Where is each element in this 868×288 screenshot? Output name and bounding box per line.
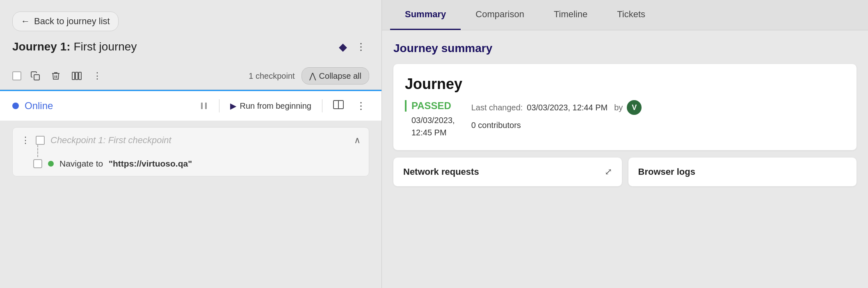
- toolbar-more-options-button[interactable]: ⋮: [91, 69, 103, 83]
- checkpoint-title: Checkpoint 1: First checkpoint: [50, 135, 348, 146]
- chevron-up-icon: ⋀: [309, 71, 316, 81]
- online-more-options-button[interactable]: ⋮: [353, 98, 369, 113]
- run-from-beginning-label: Run from beginning: [240, 101, 311, 111]
- step-row: Navigate to "https://virtuoso.qa": [13, 153, 369, 176]
- tab-summary[interactable]: Summary: [390, 0, 461, 30]
- pause-button[interactable]: [196, 100, 212, 112]
- contributors-row: 0 contributors: [471, 121, 845, 130]
- svg-rect-5: [205, 103, 207, 109]
- checkpoint-checkbox[interactable]: [36, 136, 45, 145]
- last-changed-value: 03/03/2023, 12:44 PM: [527, 103, 608, 112]
- online-row: Online ▶ Run from beginning ⋮: [0, 90, 381, 121]
- toolbar-right: 1 checkpoint ⋀ Collapse all: [249, 67, 369, 85]
- last-changed-row: Last changed: 03/03/2023, 12:44 PM by V: [471, 100, 845, 115]
- svg-rect-3: [79, 72, 81, 80]
- cards-row: Network requests ⤢ Browser logs: [393, 158, 857, 186]
- select-all-checkbox[interactable]: [12, 71, 21, 80]
- library-icon-button[interactable]: [70, 69, 84, 82]
- checkpoint-collapse-button[interactable]: ∧: [354, 135, 361, 146]
- right-panel: Summary Comparison Timeline Tickets Jour…: [381, 0, 868, 288]
- toolbar-left: ⋮: [12, 69, 249, 83]
- journey-id: Journey 1:: [12, 40, 71, 53]
- avatar: V: [627, 100, 642, 115]
- tag-icon[interactable]: ◆: [339, 41, 347, 53]
- journey-name: First journey: [73, 40, 137, 53]
- last-changed-label: Last changed:: [471, 103, 523, 112]
- journey-title-actions: ◆ ⋮: [339, 39, 369, 54]
- online-actions: ▶ Run from beginning ⋮: [196, 98, 369, 113]
- browser-logs-card: Browser logs: [628, 158, 857, 186]
- journey-title: Journey 1: First journey: [12, 40, 137, 53]
- online-label: Online: [25, 100, 196, 112]
- journey-status-col: PASSED 03/03/2023, 12:45 PM: [405, 100, 455, 139]
- back-btn-row: ← Back to journey list: [0, 0, 381, 39]
- passed-label: PASSED: [405, 100, 455, 112]
- journey-card-body: PASSED 03/03/2023, 12:45 PM Last changed…: [405, 100, 845, 139]
- step-connector-line: [37, 145, 38, 157]
- svg-rect-1: [72, 72, 75, 80]
- step-label: Navigate to "https://virtuoso.qa": [59, 159, 192, 169]
- expand-network-icon[interactable]: ⤢: [605, 167, 612, 177]
- back-btn-label: Back to journey list: [34, 16, 110, 27]
- network-requests-card: Network requests ⤢: [393, 158, 622, 186]
- step-url: "https://virtuoso.qa": [109, 159, 192, 168]
- step-status-dot: [48, 161, 54, 167]
- collapse-all-button[interactable]: ⋀ Collapse all: [302, 67, 369, 85]
- checkpoint-area: ⋮ Checkpoint 1: First checkpoint ∧ Navig…: [12, 127, 369, 176]
- svg-rect-4: [201, 103, 203, 109]
- summary-content: Journey summary Journey PASSED 03/03/202…: [382, 30, 868, 288]
- step-navigate-label: Navigate to: [59, 159, 103, 168]
- delete-icon-button[interactable]: [49, 69, 62, 82]
- journey-card-title: Journey: [405, 75, 845, 93]
- passed-date: 03/03/2023, 12:45 PM: [405, 114, 455, 139]
- collapse-all-label: Collapse all: [319, 71, 361, 81]
- network-requests-title: Network requests: [403, 167, 479, 177]
- by-label: by: [614, 103, 623, 112]
- divider2: [322, 99, 322, 112]
- online-status-dot: [12, 103, 19, 109]
- left-panel: ← Back to journey list Journey 1: First …: [0, 0, 381, 288]
- tab-timeline[interactable]: Timeline: [539, 0, 602, 30]
- divider: [219, 99, 219, 112]
- checkpoint-header: ⋮ Checkpoint 1: First checkpoint ∧: [13, 128, 369, 153]
- play-icon: ▶: [230, 101, 236, 111]
- journey-more-options-button[interactable]: ⋮: [353, 39, 369, 54]
- journey-title-row: Journey 1: First journey ◆ ⋮: [0, 39, 381, 62]
- svg-rect-2: [75, 72, 78, 80]
- checkpoint-more-options-button[interactable]: ⋮: [21, 135, 30, 146]
- journey-meta-col: Last changed: 03/03/2023, 12:44 PM by V …: [471, 100, 845, 130]
- browser-logs-title: Browser logs: [638, 167, 695, 177]
- back-arrow-icon: ←: [21, 16, 30, 27]
- run-from-beginning-button[interactable]: ▶ Run from beginning: [227, 99, 315, 112]
- split-view-button[interactable]: [330, 98, 347, 113]
- checkpoint-count: 1 checkpoint: [249, 71, 295, 81]
- journey-card: Journey PASSED 03/03/2023, 12:45 PM Last…: [393, 64, 857, 150]
- tab-tickets[interactable]: Tickets: [602, 0, 660, 30]
- passed-time-value: 12:45 PM: [411, 128, 447, 137]
- step-checkbox[interactable]: [33, 159, 42, 168]
- toolbar-row: ⋮ 1 checkpoint ⋀ Collapse all: [0, 62, 381, 90]
- svg-rect-0: [34, 75, 39, 80]
- summary-title: Journey summary: [393, 42, 857, 55]
- passed-date-value: 03/03/2023,: [411, 116, 455, 125]
- tabs-row: Summary Comparison Timeline Tickets: [382, 0, 868, 30]
- copy-icon-button[interactable]: [29, 69, 42, 82]
- back-to-journey-list-button[interactable]: ← Back to journey list: [12, 11, 119, 31]
- tab-comparison[interactable]: Comparison: [461, 0, 539, 30]
